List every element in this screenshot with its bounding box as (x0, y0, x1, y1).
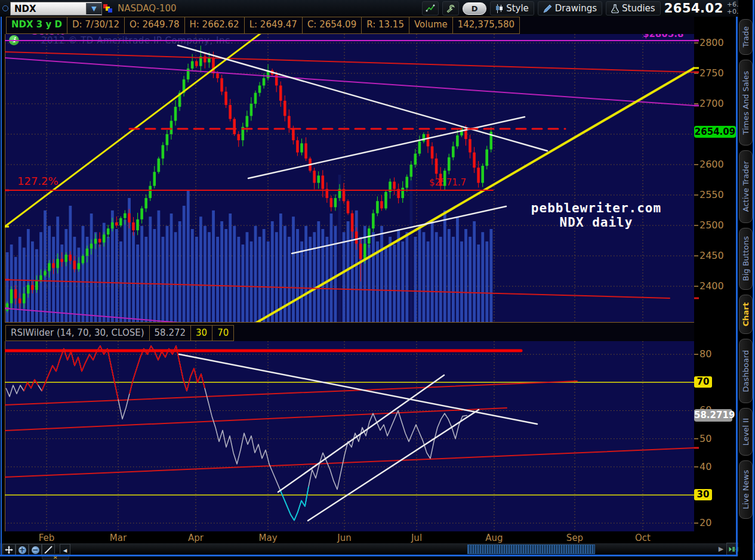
month-label: Oct (635, 533, 651, 543)
rsi-oversold-setting[interactable]: 30 (190, 325, 212, 341)
symbol-links-icon[interactable] (103, 4, 113, 13)
rsi-value-bubble: 58.2719 (694, 409, 732, 422)
chart-controls: D Style Drawings (422, 0, 753, 17)
drawings-button[interactable]: Drawings (538, 1, 602, 16)
sidebar-tab-label: Level II (741, 418, 750, 445)
ohlc-cell: O: 2649.78 (124, 17, 184, 34)
top-toolbar: NDX ▼ NASDAQ-100 D (0, 0, 755, 17)
ohlc-cell: R: 13.15 (361, 17, 409, 34)
price-axis-label: 2450 (699, 250, 724, 261)
candlestick-icon (495, 4, 503, 13)
sidebar-tab-label: Big Buttons (741, 236, 750, 281)
ohlc-cell: H: 2662.62 (184, 17, 245, 34)
fib-127-label: 127.2% (17, 175, 58, 187)
price-axis-label: 2700 (699, 98, 724, 109)
flask-icon (611, 4, 619, 13)
time-scrollbar-thumb[interactable] (467, 544, 595, 554)
sidebar-tab-label: Live News (741, 470, 750, 509)
sidebar-tab-label: Times And Sales (741, 71, 750, 135)
fib-level-label-partial: 50.0% (32, 34, 65, 37)
rsi-axis-label: 40 (699, 461, 711, 472)
month-label: Feb (39, 533, 55, 543)
month-label: Apr (188, 533, 204, 543)
rsi-overbought-setting[interactable]: 70 (212, 325, 234, 341)
sidebar-tab-level-ii[interactable]: Level II (739, 408, 753, 456)
ohlc-cell: C: 2654.09 (302, 17, 362, 34)
line-glyph (44, 546, 53, 554)
plus-glyph: + (19, 546, 26, 554)
price-axis[interactable]: 2800275027002600255025002450240080706050… (694, 17, 736, 543)
scroll-right-icon[interactable]: ▶ (716, 544, 726, 553)
sidebar-tab-label: Chart (741, 302, 750, 326)
style-button[interactable]: Style (490, 1, 534, 16)
drawings-button-label: Drawings (555, 3, 597, 14)
sidebar-tab-label: Active Trader (741, 161, 750, 212)
wrench-glyph (446, 4, 455, 13)
window-frame-bottom (0, 555, 738, 556)
chevron-down-icon[interactable]: ▼ (86, 3, 101, 14)
watermark-line2: NDX daily (517, 215, 675, 230)
minus-glyph: − (32, 546, 39, 554)
timeframe-button[interactable]: D (463, 2, 486, 15)
copyright-watermark: 2012 © TD Ameritrade IP Company, Inc. (41, 35, 233, 46)
studies-button[interactable]: Studies (606, 1, 661, 16)
price-axis-label: 2800 (699, 37, 724, 48)
symbol-input[interactable]: NDX ▼ (10, 2, 102, 16)
rsi-chart-pane[interactable] (5, 341, 695, 532)
style-button-label: Style (506, 3, 529, 14)
sidebar-tab-trade[interactable]: Trade (739, 19, 753, 55)
rsi-study-label[interactable]: RSIWilder (14, 70, 30, CLOSE) (5, 325, 150, 341)
price-axis-label: 2400 (699, 280, 724, 292)
rsi-axis-label: 50 (699, 433, 711, 444)
time-axis[interactable]: FebMarAprMayJunJulAugSepOct (5, 531, 694, 543)
last-price: 2654.02 (664, 1, 723, 16)
studies-button-label: Studies (622, 3, 655, 14)
ohlc-cell: 142,375,580 (452, 17, 520, 34)
wrench-icon[interactable] (442, 1, 459, 16)
symbol-timeframe-label: NDX 3 y D (6, 17, 67, 34)
price-axis-label: 2750 (699, 67, 724, 79)
pencil-icon (543, 4, 552, 13)
price-chart-pane[interactable]: i 2012 © TD Ameritrade IP Company, Inc. … (5, 34, 695, 323)
symbol-value[interactable]: NDX (11, 4, 86, 14)
month-label: Aug (485, 533, 503, 543)
pattern-tool-icon[interactable] (422, 1, 439, 16)
window-frame-left (1, 17, 2, 556)
month-label: Mar (110, 533, 127, 543)
trading-platform-window: NDX ▼ NASDAQ-100 D (0, 0, 755, 560)
rsi-70-badge: 70 (694, 376, 712, 388)
last-price-bubble: 2654.09 (694, 126, 736, 138)
month-label: Jul (411, 533, 422, 543)
month-label: Sep (566, 533, 583, 543)
watermark-line1: pebblewriter.com (517, 201, 675, 215)
chart-bottom-toolbar: + − ◂ (0, 543, 755, 555)
blue-square-icon (108, 8, 112, 13)
rsi-axis-label: 80 (699, 348, 711, 360)
month-label: May (258, 533, 277, 543)
ohlc-cell: L: 2649.47 (244, 17, 303, 34)
zoom-in-icon[interactable]: + (16, 544, 29, 556)
link-color-dot-icon[interactable] (2, 5, 8, 11)
zoom-out-icon[interactable]: − (29, 544, 42, 556)
month-label: Jun (337, 533, 351, 543)
sidebar-tab-active-trader[interactable]: Active Trader (739, 150, 753, 223)
right-sidebar: TradeTimes And SalesActive TraderBig But… (738, 0, 753, 560)
rsi-header-row: RSIWilder (14, 70, 30, CLOSE) 58.272 30 … (0, 325, 740, 341)
pebblewriter-watermark: pebblewriter.com NDX daily (517, 201, 675, 230)
price-level-2805-label: $2805.8 (643, 34, 683, 39)
window-frame-right (736, 17, 738, 556)
price-axis-label: 2500 (699, 219, 724, 231)
ohlc-cell: D: 7/30/12 (67, 17, 125, 34)
rsi-axis-label: 20 (699, 517, 711, 528)
pan-tool-icon[interactable] (2, 544, 16, 556)
rsi-30-badge: 30 (694, 489, 712, 500)
rsi-current-value: 58.272 (149, 325, 192, 341)
sidebar-tab-big-buttons[interactable]: Big Buttons (739, 228, 753, 290)
sidebar-tab-dashboard[interactable]: Dashboard (739, 339, 753, 403)
pan-glyph (5, 546, 13, 554)
sidebar-tab-times-and-sales[interactable]: Times And Sales (739, 60, 753, 146)
sidebar-tab-live-news[interactable]: Live News (739, 460, 753, 519)
sidebar-tab-chart[interactable]: Chart (739, 295, 753, 334)
window-frame-outer-right (753, 0, 754, 560)
info-icon[interactable]: i (9, 35, 19, 45)
